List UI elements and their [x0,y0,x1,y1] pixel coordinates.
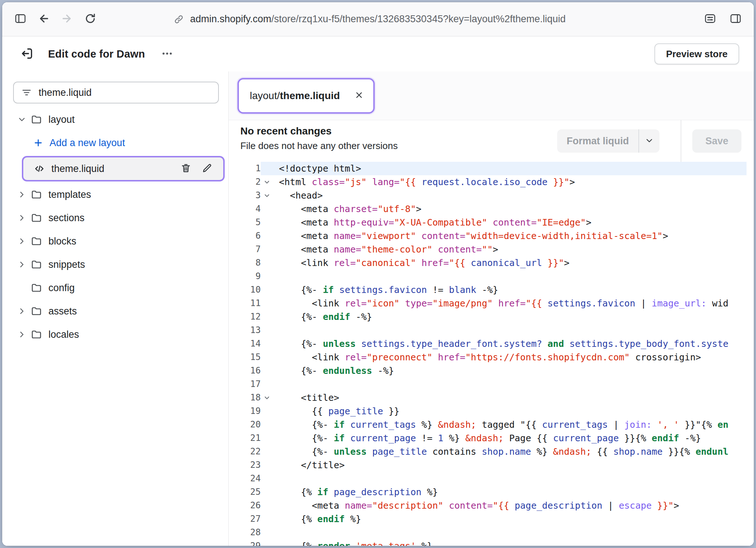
code-text[interactable] [273,270,747,283]
fold-chevron-icon[interactable] [261,391,273,404]
code-text[interactable]: <head> [273,189,747,202]
code-text[interactable]: {% if page_description %} [273,485,747,499]
code-text[interactable]: <link rel="icon" type="image/png" href="… [273,297,747,310]
fold-gutter [261,377,273,391]
page-settings-button[interactable] [700,9,720,30]
preview-store-button[interactable]: Preview store [654,43,739,64]
forward-button[interactable] [57,9,77,30]
delete-file-button[interactable] [177,160,195,178]
code-line[interactable]: 19 {{ page_title }} [229,404,747,418]
sidebar-item-templates[interactable]: templates [2,183,228,206]
code-line[interactable]: 17 [229,377,747,391]
code-line[interactable]: 4 <meta charset="utf-8"> [229,202,747,216]
code-line[interactable]: 12 {%- endif -%} [229,310,747,324]
code-text[interactable]: {%- if current_page != 1 %} &ndash; Page… [273,431,747,445]
code-text[interactable] [273,377,747,391]
save-button[interactable]: Save [692,129,741,153]
rename-file-button[interactable] [198,160,216,178]
line-number: 23 [229,458,261,472]
code-line[interactable]: 6 <meta name="viewport" content="width=d… [229,229,747,243]
sidebar-item-sections[interactable]: sections [2,206,228,230]
file-search-input[interactable]: theme.liquid [13,82,219,103]
folder-label: snippets [48,259,85,270]
code-line[interactable]: 7 <meta name="theme-color" content=""> [229,243,747,256]
reload-button[interactable] [80,9,101,30]
code-line[interactable]: 16 {%- endunless -%} [229,364,747,377]
code-text[interactable]: <title> [273,391,747,404]
code-text[interactable]: {%- if current_tags %} &ndash; tagged "{… [273,418,747,431]
line-number: 18 [229,391,261,404]
more-actions-button[interactable] [157,44,177,64]
code-text[interactable] [273,324,747,337]
code-line[interactable]: 25 {% if page_description %} [229,485,747,499]
code-text[interactable]: {%- unless settings.type_header_font.sys… [273,337,747,351]
sidebar-item-layout[interactable]: layout [2,108,228,131]
code-line[interactable]: 21 {%- if current_page != 1 %} &ndash; P… [229,431,747,445]
sidebar-item-blocks[interactable]: blocks [2,230,228,253]
code-line[interactable]: 22 {%- unless page_title contains shop.n… [229,445,747,458]
exit-code-editor-button[interactable] [17,44,36,63]
code-text[interactable]: <meta name="viewport" content="width=dev… [273,229,747,243]
panel-toggle-button[interactable] [725,9,746,30]
sidebar-item-theme-liquid[interactable]: theme.liquid [22,156,225,181]
code-line[interactable]: 23 </title> [229,458,747,472]
code-line[interactable]: 18 <title> [229,391,747,404]
code-line[interactable]: 26 <meta name="description" content="{{ … [229,499,747,512]
format-dropdown-toggle[interactable] [638,129,659,153]
code-line[interactable]: 13 [229,324,747,337]
back-button[interactable] [34,9,54,30]
code-text[interactable]: <link rel="canonical" href="{{ canonical… [273,256,747,270]
code-text[interactable]: {% render 'meta-tags' %} [273,539,747,546]
code-text[interactable]: <html class="js" lang="{{ request.locale… [273,175,747,189]
code-line[interactable]: 24 [229,472,747,485]
code-line[interactable]: 9 [229,270,747,283]
code-line[interactable]: 2<html class="js" lang="{{ request.local… [229,175,747,189]
code-line[interactable]: 8 <link rel="canonical" href="{{ canonic… [229,256,747,270]
fold-chevron-icon[interactable] [261,175,273,189]
close-tab-button[interactable] [351,87,367,104]
code-text[interactable]: {%- if settings.favicon != blank -%} [273,283,747,297]
code-line[interactable]: 29 {% render 'meta-tags' %} [229,539,747,546]
code-text[interactable] [273,472,747,485]
code-text[interactable]: {%- unless page_title contains shop.name… [273,445,747,458]
code-editor[interactable]: 1<!doctype html>2<html class="js" lang="… [229,162,754,546]
sidebar-item-locales[interactable]: locales [2,323,228,346]
line-number: 26 [229,499,261,512]
tab-theme-liquid[interactable]: layout/theme.liquid [237,78,375,114]
code-text[interactable]: {%- endunless -%} [273,364,747,377]
code-text[interactable]: <link rel="preconnect" href="https://fon… [273,351,747,364]
address-bar[interactable]: admin.shopify.com/store/rzq1xu-f5/themes… [173,2,566,36]
format-liquid-button[interactable]: Format liquid [557,129,659,153]
sidebar-item-snippets[interactable]: snippets [2,253,228,276]
code-line[interactable]: 27 {% endif %} [229,512,747,526]
sidebar-item-config[interactable]: config [2,276,228,300]
chevron-down-icon [645,136,654,146]
code-text[interactable]: <meta name="theme-color" content=""> [273,243,747,256]
code-line[interactable]: 3 <head> [229,189,747,202]
fold-gutter [261,351,273,364]
add-layout-button[interactable]: Add a new layout [2,131,228,154]
code-line[interactable]: 11 <link rel="icon" type="image/png" hre… [229,297,747,310]
sidebar-item-assets[interactable]: assets [2,300,228,323]
fold-chevron-icon[interactable] [261,189,273,202]
code-line[interactable]: 1<!doctype html> [229,162,747,175]
code-line[interactable]: 10 {%- if settings.favicon != blank -%} [229,283,747,297]
sidebar-toggle-button[interactable] [10,9,31,30]
code-line[interactable]: 15 <link rel="preconnect" href="https://… [229,351,747,364]
code-line[interactable]: 14 {%- unless settings.type_header_font.… [229,337,747,351]
code-text[interactable] [273,526,747,539]
code-line[interactable]: 20 {%- if current_tags %} &ndash; tagged… [229,418,747,431]
code-text[interactable]: {{ page_title }} [273,404,747,418]
code-text[interactable]: </title> [273,458,747,472]
back-arrow-icon [38,12,50,26]
code-text[interactable]: {%- endif -%} [273,310,747,324]
code-text[interactable]: <meta name="description" content="{{ pag… [273,499,747,512]
code-line[interactable]: 5 <meta http-equiv="X-UA-Compatible" con… [229,216,747,229]
line-number: 11 [229,297,261,310]
code-text[interactable]: <!doctype html> [273,162,747,175]
code-line[interactable]: 28 [229,526,747,539]
code-text[interactable]: <meta http-equiv="X-UA-Compatible" conte… [273,216,747,229]
folder-icon [29,211,44,225]
code-text[interactable]: <meta charset="utf-8"> [273,202,747,216]
code-text[interactable]: {% endif %} [273,512,747,526]
